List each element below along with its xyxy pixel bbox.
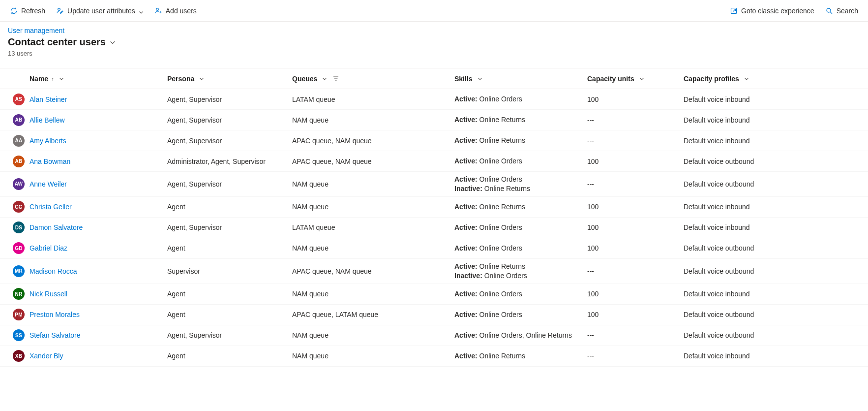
goto-classic-button[interactable]: Goto classic experience (726, 3, 818, 19)
skill-active-label: Active: (454, 157, 478, 165)
skills-cell: Active: Online Orders (452, 95, 585, 104)
page-header: User management Contact center users 13 … (0, 22, 868, 59)
user-name-link[interactable]: Alan Steiner (30, 95, 67, 103)
chevron-down-icon[interactable] (744, 76, 749, 81)
avatar-cell: CG (0, 201, 28, 213)
user-name-link[interactable]: Amy Alberts (30, 137, 66, 145)
avatar-cell: AB (0, 114, 28, 126)
header-queues[interactable]: Queues (290, 75, 452, 83)
capacity-profiles-cell: Default voice inbound (682, 290, 868, 298)
skill-value: Online Returns (478, 116, 525, 124)
add-users-button[interactable]: Add users (150, 3, 201, 19)
skill-line: Active: Online Orders (454, 244, 583, 253)
avatar: AW (13, 178, 25, 190)
search-label: Search (837, 7, 858, 15)
header-capacity-profiles[interactable]: Capacity profiles (682, 75, 868, 83)
skill-line: Active: Online Returns (454, 351, 583, 361)
name-cell: Madison Rocca (28, 267, 165, 275)
skill-active-label: Active: (454, 331, 478, 339)
skill-line: Active: Online Orders (454, 223, 583, 232)
table-row[interactable]: NRNick RussellAgentNAM queueActive: Onli… (0, 284, 868, 305)
refresh-button[interactable]: Refresh (6, 3, 49, 19)
user-name-link[interactable]: Nick Russell (30, 290, 67, 298)
capacity-profiles-cell: Default voice outbound (682, 180, 868, 188)
skill-active-label: Active: (454, 311, 478, 318)
avatar-cell: AB (0, 156, 28, 167)
skill-inactive-label: Inactive: (454, 185, 482, 192)
svg-point-1 (156, 8, 158, 10)
table-row[interactable]: DSDamon SalvatoreAgent, SupervisorLATAM … (0, 218, 868, 238)
table-row[interactable]: ABAllie BellewAgent, SupervisorNAM queue… (0, 110, 868, 130)
skill-line: Active: Online Returns (454, 202, 583, 212)
breadcrumb-parent-link[interactable]: User management (8, 27, 64, 34)
persona-cell: Agent, Supervisor (165, 95, 290, 103)
table-row[interactable]: SSStefan SalvatoreAgent, SupervisorNAM q… (0, 325, 868, 346)
header-name[interactable]: Name ↑ (28, 75, 165, 83)
capacity-units-cell: --- (585, 180, 682, 188)
capacity-profiles-cell: Default voice inbound (682, 116, 868, 124)
name-cell: Alan Steiner (28, 95, 165, 103)
goto-classic-label: Goto classic experience (741, 7, 814, 15)
user-name-link[interactable]: Xander Bly (30, 352, 63, 360)
chevron-down-icon[interactable] (639, 76, 644, 81)
table-row[interactable]: XBXander BlyAgentNAM queueActive: Online… (0, 346, 868, 367)
user-name-link[interactable]: Gabriel Diaz (30, 244, 67, 252)
persona-cell: Agent (165, 203, 290, 211)
user-name-link[interactable]: Ana Bowman (30, 158, 70, 165)
queues-cell: APAC queue, LATAM queue (290, 311, 452, 318)
persona-cell: Administrator, Agent, Supervisor (165, 158, 290, 165)
user-name-link[interactable]: Christa Geller (30, 203, 72, 211)
skill-value: Online Orders (478, 95, 522, 103)
name-cell: Damon Salvatore (28, 223, 165, 231)
filter-icon[interactable] (333, 76, 339, 82)
chevron-down-icon[interactable] (59, 76, 64, 81)
queues-cell: APAC queue, NAM queue (290, 267, 452, 275)
command-bar-right: Goto classic experience Search (726, 3, 862, 19)
skill-value: Online Returns (478, 262, 525, 270)
header-skills[interactable]: Skills (452, 75, 585, 83)
table-row[interactable]: AWAnne WeilerAgent, SupervisorNAM queueA… (0, 172, 868, 197)
user-name-link[interactable]: Stefan Salvatore (30, 331, 81, 339)
skill-value: Online Orders (478, 244, 522, 252)
capacity-profiles-cell: Default voice outbound (682, 311, 868, 318)
table-row[interactable]: AAAmy AlbertsAgent, SupervisorAPAC queue… (0, 130, 868, 151)
skill-line: Active: Online Orders (454, 289, 583, 299)
capacity-units-cell: 100 (585, 223, 682, 231)
capacity-units-cell: 100 (585, 244, 682, 252)
skill-value: Online Orders (478, 223, 522, 231)
update-user-attributes-button[interactable]: Update user attributes (52, 3, 148, 19)
skills-cell: Active: Online Returns (452, 115, 585, 125)
capacity-profiles-cell: Default voice inbound (682, 203, 868, 211)
user-name-link[interactable]: Damon Salvatore (30, 223, 83, 231)
avatar-cell: MR (0, 265, 28, 277)
header-capacity-units[interactable]: Capacity units (585, 75, 682, 83)
chevron-down-icon[interactable] (322, 76, 327, 81)
user-name-link[interactable]: Preston Morales (30, 311, 80, 318)
user-name-link[interactable]: Anne Weiler (30, 180, 67, 188)
user-name-link[interactable]: Madison Rocca (30, 267, 77, 275)
queues-cell: APAC queue, NAM queue (290, 158, 452, 165)
avatar-cell: DS (0, 221, 28, 233)
table-row[interactable]: PMPreston MoralesAgentAPAC queue, LATAM … (0, 305, 868, 325)
title-dropdown-icon[interactable] (110, 39, 116, 45)
skill-active-label: Active: (454, 352, 478, 360)
queues-cell: NAM queue (290, 203, 452, 211)
search-button[interactable]: Search (821, 3, 862, 19)
avatar: AB (13, 114, 25, 126)
header-capacity-profiles-label: Capacity profiles (684, 75, 739, 83)
chevron-down-icon[interactable] (199, 76, 204, 81)
table-row[interactable]: CGChrista GellerAgentNAM queueActive: On… (0, 197, 868, 218)
table-row[interactable]: MRMadison RoccaSupervisorAPAC queue, NAM… (0, 259, 868, 284)
capacity-units-cell: --- (585, 331, 682, 339)
chevron-down-icon[interactable] (478, 76, 482, 81)
table-row[interactable]: GDGabriel DiazAgentNAM queueActive: Onli… (0, 238, 868, 259)
name-cell: Nick Russell (28, 290, 165, 298)
table-row[interactable]: ASAlan SteinerAgent, SupervisorLATAM que… (0, 89, 868, 110)
user-name-link[interactable]: Allie Bellew (30, 116, 65, 124)
breadcrumb: User management (8, 27, 860, 34)
header-persona[interactable]: Persona (165, 75, 290, 83)
name-cell: Stefan Salvatore (28, 331, 165, 339)
persona-cell: Agent (165, 244, 290, 252)
table-row[interactable]: ABAna BowmanAdministrator, Agent, Superv… (0, 151, 868, 172)
header-name-label: Name (30, 75, 48, 83)
